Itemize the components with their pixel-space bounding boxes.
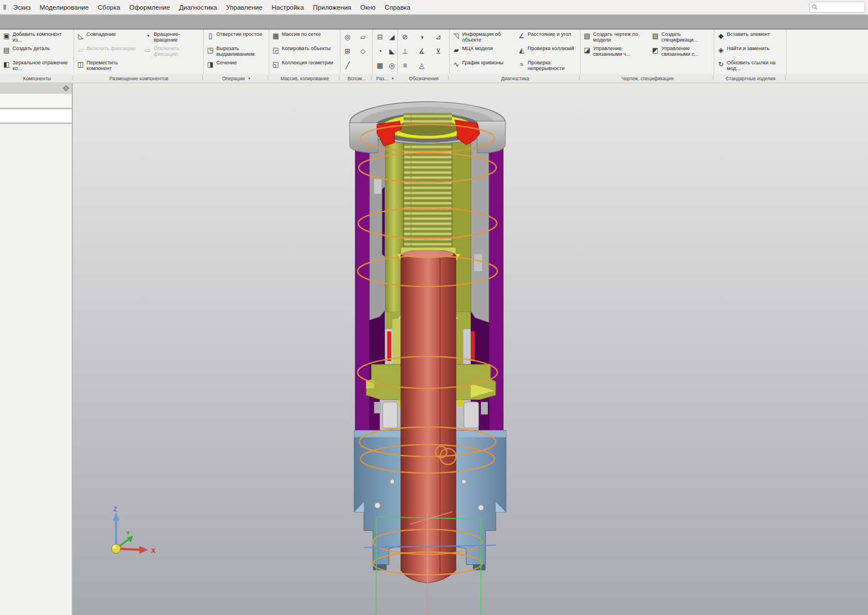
gear-icon[interactable] [63, 85, 69, 92]
kompas-window: Эскиз Моделирование Сборка Оформление Ди… [0, 0, 868, 615]
left-panel-row[interactable] [0, 109, 72, 124]
mass-properties-button[interactable]: ▰ МЦХ модели [451, 45, 516, 59]
mass-properties-icon: ▰ [452, 46, 460, 55]
manage-linked-specs-button[interactable]: ◩ Управление связанными с... [651, 45, 713, 59]
mirror-component-button[interactable]: ◧ Зеркальное отражение ко... [2, 59, 73, 73]
dimension-tool-icon-2[interactable]: ◢ [386, 31, 397, 44]
dimension-tool-icon-5[interactable]: ▦ [375, 59, 385, 72]
menu-settings[interactable]: Настройка [267, 2, 308, 13]
update-links-button[interactable]: ↻ Обновить ссылки на мод... [716, 59, 785, 73]
aux-tool-icon-3[interactable]: ⊞ [342, 45, 353, 58]
geometry-collection-icon: ◱ [271, 60, 280, 69]
menu-applications[interactable]: Приложения [308, 2, 356, 13]
viewport-3d[interactable]: Z X Y [73, 83, 868, 615]
curvature-graph-button[interactable]: ∿ График кривизны [451, 59, 516, 73]
group-label-text: Операции [222, 76, 245, 81]
designation-tool-icon-6[interactable]: ⊻ [433, 45, 444, 58]
coincidence-icon: ◺ [76, 32, 85, 40]
dimension-tool-icon-6[interactable]: ◎ [386, 59, 397, 72]
search-box[interactable] [809, 2, 865, 13]
group-launcher-icon[interactable]: ⁞ [712, 75, 714, 82]
assembly-model[interactable]: Z X Y [73, 83, 867, 615]
button-label: Включить фиксацию [87, 46, 135, 52]
dimension-tool-icon-3[interactable]: ◔ [375, 45, 385, 58]
copy-objects-icon: ◲ [271, 46, 280, 55]
triad-y-label: Y [126, 530, 130, 536]
group-launcher-icon[interactable]: ⁞ [371, 75, 372, 82]
ribbon: ▣ Добавить компонент из... ▤ Создать дет… [0, 30, 868, 74]
manage-linked-specs-icon: ◩ [651, 46, 660, 55]
create-specification-icon: ▨ [651, 32, 660, 40]
group-launcher-icon[interactable]: ⁞ [784, 75, 786, 82]
dimension-tool-icon-1[interactable]: ⊟ [375, 31, 385, 44]
button-label: МЦХ модели [462, 46, 493, 52]
dimension-tool-icon-4[interactable]: ◣ [386, 45, 397, 58]
group-launcher-icon[interactable]: ⁞ [72, 75, 73, 82]
button-label: Создать деталь [13, 46, 50, 52]
search-input[interactable] [818, 4, 861, 10]
continuity-check-button[interactable]: ≈ Проверка непрерывности [517, 59, 579, 73]
ribbon-group-designations: ⊘ ◑ ⊿ ⊥ ∡ ⊻ ≡ ◬ [398, 30, 450, 74]
left-panel-row[interactable] [0, 93, 72, 109]
menu-management[interactable]: Управление [221, 2, 267, 13]
aux-tool-icon-4[interactable]: ◇ [357, 45, 368, 58]
rotation-rotation-button[interactable]: ◔ Вращение-вращение [143, 31, 202, 45]
geometry-collection-button[interactable]: ◱ Коллекция геометрии [271, 59, 334, 73]
menu-assembly[interactable]: Сборка [93, 2, 125, 13]
ribbon-tab-strip[interactable] [0, 15, 868, 30]
designation-tool-icon-1[interactable]: ⊘ [400, 31, 410, 44]
rotation-icon: ◔ [143, 32, 152, 40]
create-drawing-button[interactable]: ▧ Создать чертеж по модели [582, 31, 649, 45]
ribbon-group-auxiliary: ◎ ▱ ⊞ ◇ ╱ [340, 30, 373, 74]
designation-tool-icon-7[interactable]: ≡ [400, 59, 410, 72]
cut-extrude-button[interactable]: ◳ Вырезать выдавливанием [205, 45, 268, 59]
menu-help[interactable]: Справка [380, 2, 415, 13]
designation-tool-icon-4[interactable]: ⊥ [400, 45, 410, 58]
enable-fixation-button[interactable]: ▱ Включить фиксацию [76, 45, 142, 59]
button-label: Управление связанными с... [661, 46, 713, 58]
designation-tool-icon-8[interactable]: ◬ [416, 59, 427, 72]
group-launcher-icon[interactable]: ⁞ [578, 75, 580, 82]
find-replace-button[interactable]: ◈ Найти и заменить [716, 45, 785, 59]
group-dropdown-icon[interactable]: ▼ [248, 77, 251, 80]
section-button[interactable]: ◨ Сечение [205, 59, 268, 73]
designation-tool-icon-5[interactable]: ∡ [416, 45, 427, 58]
group-dropdown-icon[interactable]: ▼ [391, 77, 394, 80]
group-launcher-icon[interactable]: ⁞ [338, 75, 340, 82]
group-label-text: Диагностика [501, 76, 529, 81]
object-info-button[interactable]: ◹ Информация об объекте [451, 31, 516, 45]
distance-angle-button[interactable]: ∠ Расстояние и угол [517, 31, 579, 45]
collision-check-button[interactable]: ◭ Проверка коллизий [517, 45, 579, 59]
menu-diagnostics[interactable]: Диагностика [175, 2, 222, 13]
group-launcher-icon[interactable]: ⁞ [447, 75, 449, 82]
aux-tool-icon-5[interactable]: ╱ [342, 59, 353, 72]
ribbon-group-dimensions: ⊟ ◢ ◔ ◣ ▦ ◎ [373, 30, 398, 74]
copy-objects-button[interactable]: ◲ Копировать объекты [271, 45, 334, 59]
aux-tool-icon-1[interactable]: ◎ [342, 31, 353, 44]
menu-window[interactable]: Окно [356, 2, 380, 13]
model-red-rod[interactable] [401, 250, 456, 583]
section-icon: ◨ [206, 60, 215, 69]
group-launcher-icon[interactable]: ⁞ [267, 75, 269, 82]
add-component-button[interactable]: ▣ Добавить компонент из... [2, 31, 73, 45]
move-component-button[interactable]: ◫ Переместить компонент [76, 59, 142, 73]
coincidence-button[interactable]: ◺ Совпадение [76, 31, 142, 45]
menu-sketch[interactable]: Эскиз [9, 2, 35, 13]
disable-fixation-button[interactable]: ▭ Отключить фиксацию [143, 45, 202, 59]
ribbon-group-array-copy: ▦ Массив по сетке ◲ Копировать объекты ◱… [269, 30, 340, 74]
group-label-auxiliary: Вспом... ⁞ [340, 74, 373, 83]
aux-tool-icon-2[interactable]: ▱ [357, 31, 368, 44]
group-launcher-icon[interactable]: ⁞ [201, 75, 203, 82]
simple-hole-button[interactable]: ▯ Отверстие простое [205, 31, 268, 45]
create-part-button[interactable]: ▤ Создать деталь [2, 45, 73, 59]
designation-tool-icon-2[interactable]: ◑ [416, 31, 427, 44]
menu-modeling[interactable]: Моделирование [35, 2, 93, 13]
designation-tool-icon-3[interactable]: ⊿ [433, 31, 444, 44]
manage-linked-drawings-button[interactable]: ◪ Управление связанными ч... [582, 45, 649, 59]
insert-element-button[interactable]: ◆ Вставить элемент [716, 31, 785, 45]
group-label-text: Стандартные изделия [726, 76, 776, 81]
grid-array-button[interactable]: ▦ Массив по сетке [271, 31, 334, 45]
menu-drafting[interactable]: Оформление [125, 2, 174, 13]
move-component-icon: ◫ [76, 60, 85, 69]
create-specification-button[interactable]: ▨ Создать спецификаци... [651, 31, 713, 45]
